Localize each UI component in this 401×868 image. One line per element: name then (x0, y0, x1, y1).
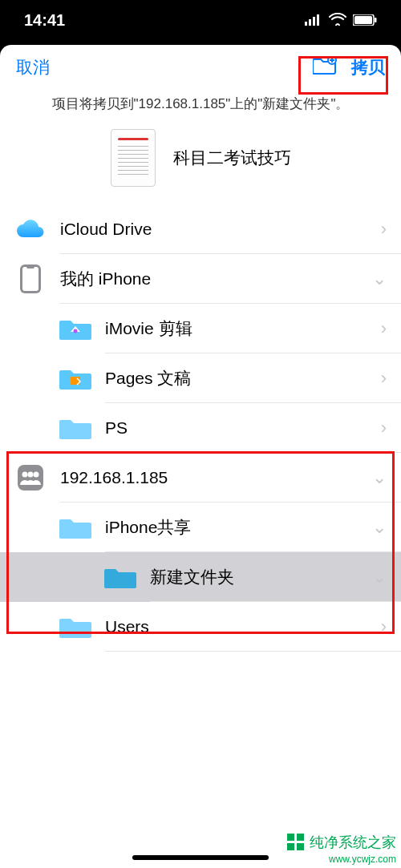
document-preview: 科目二考试技巧 (0, 124, 401, 204)
row-label: 我的 iPhone (60, 268, 372, 290)
chevron-down-icon: ⌄ (372, 567, 387, 587)
folder-icon (45, 316, 105, 341)
copy-button[interactable]: 拷贝 (351, 56, 385, 79)
chevron-down-icon: ⌄ (372, 517, 387, 538)
row-ps[interactable]: PS › (0, 403, 401, 453)
watermark: 纯净系统之家 (287, 833, 396, 852)
battery-icon (353, 11, 377, 30)
row-label: Users (105, 617, 381, 636)
document-thumbnail (111, 129, 156, 187)
chevron-right-icon: › (381, 318, 387, 339)
row-label: Pages 文稿 (105, 367, 381, 390)
row-label: 新建文件夹 (150, 566, 372, 588)
chevron-right-icon: › (381, 418, 387, 438)
chevron-right-icon: › (381, 368, 387, 389)
iphone-icon (0, 263, 60, 295)
chevron-right-icon: › (381, 616, 387, 637)
svg-point-16 (27, 472, 33, 478)
row-label: iCloud Drive (60, 220, 381, 239)
chevron-down-icon: ⌄ (372, 268, 387, 289)
location-list: iCloud Drive › 我的 iPhone ⌄ iMovie 剪辑 › (0, 204, 401, 652)
svg-rect-6 (375, 18, 377, 22)
status-bar: 14:41 (0, 0, 401, 40)
svg-rect-9 (22, 267, 38, 291)
document-title: 科目二考试技巧 (173, 147, 291, 169)
new-folder-icon[interactable] (313, 56, 337, 79)
phone-frame: 14:41 取消 拷贝 项目将拷贝到"192.168.1.185"上的"新建文件… (0, 0, 401, 868)
svg-point-11 (73, 329, 77, 333)
row-label: iMovie 剪辑 (105, 317, 381, 340)
folder-icon (90, 564, 150, 590)
svg-rect-10 (26, 265, 34, 268)
svg-point-14 (22, 472, 27, 478)
svg-rect-3 (317, 14, 319, 26)
svg-rect-18 (297, 834, 304, 841)
svg-rect-13 (18, 465, 43, 491)
row-label: PS (105, 418, 381, 438)
row-server[interactable]: 192.168.1.185 ⌄ (0, 453, 401, 503)
status-right (305, 11, 377, 30)
cellular-icon (305, 11, 322, 30)
row-users[interactable]: Users › (0, 602, 401, 652)
status-time: 14:41 (24, 11, 65, 30)
folder-icon (45, 614, 105, 640)
chevron-right-icon: › (381, 219, 387, 240)
cancel-button[interactable]: 取消 (16, 56, 50, 79)
svg-point-15 (33, 472, 38, 478)
row-icloud-drive[interactable]: iCloud Drive › (0, 204, 401, 254)
watermark-logo-icon (287, 834, 305, 851)
chevron-down-icon: ⌄ (372, 467, 387, 488)
row-new-folder[interactable]: 新建文件夹 ⌄ (0, 552, 401, 602)
row-label: 192.168.1.185 (60, 468, 372, 487)
svg-rect-0 (305, 22, 307, 26)
wifi-icon (329, 11, 346, 30)
svg-rect-19 (287, 843, 294, 850)
svg-rect-20 (297, 843, 304, 850)
row-label: iPhone共享 (105, 516, 372, 539)
folder-icon (45, 365, 105, 391)
folder-icon (45, 415, 105, 441)
copy-sheet: 取消 拷贝 项目将拷贝到"192.168.1.185"上的"新建文件夹"。 科目… (0, 45, 401, 868)
row-iphone-share[interactable]: iPhone共享 ⌄ (0, 503, 401, 552)
svg-rect-5 (354, 16, 372, 24)
watermark-text: 纯净系统之家 (310, 833, 396, 852)
copy-destination-label: 项目将拷贝到"192.168.1.185"上的"新建文件夹"。 (0, 90, 401, 124)
folder-icon (45, 515, 105, 540)
shared-server-icon (0, 463, 60, 492)
nav-bar: 取消 拷贝 (0, 45, 401, 90)
svg-rect-2 (313, 17, 315, 26)
svg-rect-17 (287, 834, 294, 841)
home-indicator (132, 855, 269, 860)
icloud-icon (0, 218, 60, 240)
row-my-iphone[interactable]: 我的 iPhone ⌄ (0, 254, 401, 304)
row-pages[interactable]: Pages 文稿 › (0, 353, 401, 403)
row-imovie[interactable]: iMovie 剪辑 › (0, 304, 401, 353)
svg-rect-1 (309, 19, 311, 26)
watermark-url: www.ycwjz.com (329, 854, 396, 865)
